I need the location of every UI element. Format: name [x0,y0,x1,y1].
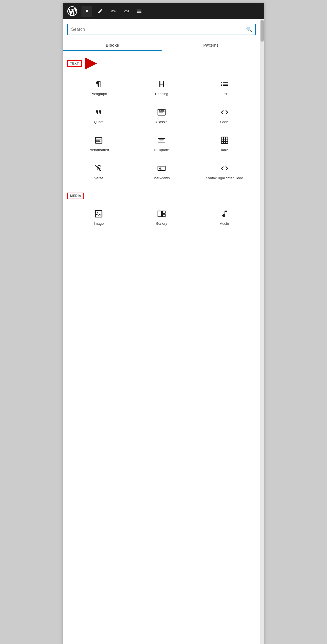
code-label: Code [220,120,229,124]
svg-rect-10 [96,141,101,141]
undo-button[interactable] [108,6,119,17]
svg-rect-11 [158,138,165,139]
text-section-label: TEXT [67,60,82,67]
block-pullquote[interactable]: Pullquote [130,130,193,158]
svg-rect-13 [159,139,164,140]
svg-rect-5 [159,111,164,112]
svg-rect-4 [162,110,164,111]
block-paragraph[interactable]: Paragraph [67,74,130,102]
redo-icon [123,8,129,14]
paragraph-label: Paragraph [90,92,107,96]
preformatted-icon [94,135,104,145]
block-list[interactable]: List [193,74,256,102]
tab-patterns[interactable]: Patterns [162,40,260,51]
classic-icon [157,107,166,117]
pullquote-label: Pullquote [154,148,169,153]
list-label: List [222,92,227,96]
wordpress-icon [67,6,77,16]
block-audio[interactable]: Audio [193,203,256,232]
media-section-label: MEDIA [67,193,84,199]
svg-rect-12 [158,142,165,142]
sidebar-content: 🔍 Blocks Patterns TEXT [63,19,264,644]
hamburger-icon [137,8,142,14]
preformatted-label: Preformatted [89,148,109,153]
menu-button[interactable] [134,6,145,17]
audio-icon [220,209,229,219]
svg-rect-22 [95,211,102,217]
tab-bar: Blocks Patterns [63,40,260,51]
media-block-grid: Image Gallery [67,203,256,232]
verse-label: Verse [94,176,103,181]
svg-rect-14 [160,141,163,141]
block-quote[interactable]: Quote [67,102,130,130]
pencil-icon [97,8,103,14]
wp-logo[interactable] [66,5,78,17]
block-markdown[interactable]: M↓ Markdown [130,158,193,186]
block-preformatted[interactable]: Preformatted [67,130,130,158]
svg-rect-9 [96,140,100,140]
tab-blocks[interactable]: Blocks [63,40,162,51]
search-input[interactable] [71,27,244,32]
svg-rect-26 [162,214,165,217]
search-box: 🔍 [67,24,256,35]
toolbar: × [63,3,264,19]
scrollbar-thumb[interactable] [261,20,264,42]
code-icon [220,107,229,117]
edit-button[interactable] [95,6,105,17]
block-table[interactable]: Table [193,130,256,158]
block-image[interactable]: Image [67,203,130,232]
table-label: Table [220,148,229,153]
svg-rect-8 [96,139,101,139]
gallery-icon [157,209,166,219]
sidebar-panel: 🔍 Blocks Patterns TEXT [63,19,264,644]
search-area: 🔍 [63,19,260,35]
image-label: Image [94,221,104,226]
block-heading[interactable]: Heading [130,74,193,102]
svg-rect-1 [158,109,165,115]
text-section-header: TEXT [67,57,256,69]
svg-text:M↓: M↓ [159,167,162,170]
scrollbar[interactable] [260,19,264,644]
arrow-indicator [85,57,97,69]
media-section-header: MEDIA [67,193,256,199]
blocks-content: TEXT Paragraph [63,51,260,231]
svg-rect-6 [159,113,163,113]
block-gallery[interactable]: Gallery [130,203,193,232]
svg-rect-15 [221,137,228,144]
undo-icon [110,8,116,14]
markdown-icon: M↓ [157,163,166,173]
syntax-label: SyntaxHighlighter Code [206,176,243,181]
gallery-label: Gallery [156,221,167,226]
heading-label: Heading [155,92,168,96]
redo-button[interactable] [121,6,132,17]
list-icon [220,79,229,89]
verse-icon [94,163,104,173]
table-icon [220,135,229,145]
paragraph-icon [94,79,104,89]
block-classic[interactable]: Classic [130,102,193,130]
block-syntax[interactable]: SyntaxHighlighter Code [193,158,256,186]
close-button[interactable]: × [81,6,92,17]
search-icon: 🔍 [246,26,252,32]
image-icon [94,209,104,219]
svg-point-23 [97,212,98,213]
heading-icon [157,79,166,89]
quote-label: Quote [94,120,104,124]
editor-window: × [63,3,264,644]
classic-label: Classic [156,120,167,124]
quote-icon [94,107,104,117]
block-code[interactable]: Code [193,102,256,130]
pullquote-icon [157,135,166,145]
svg-rect-24 [158,211,162,217]
svg-rect-3 [161,110,162,111]
block-verse[interactable]: Verse [67,158,130,186]
svg-rect-25 [162,211,165,213]
svg-rect-2 [159,110,160,111]
text-block-grid: Paragraph Heading List [67,74,256,186]
syntax-icon [220,163,229,173]
audio-label: Audio [220,221,229,226]
markdown-label: Markdown [153,176,170,181]
